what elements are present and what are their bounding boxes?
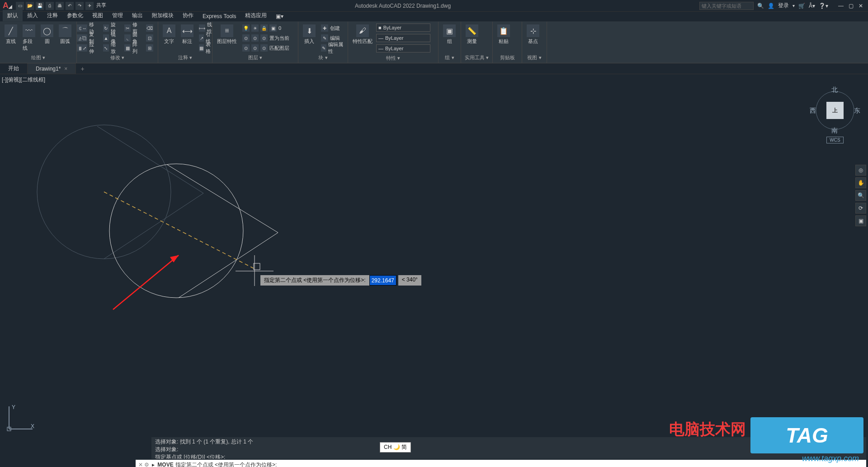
wcs-label[interactable]: WCS — [826, 137, 843, 143]
tab-manage[interactable]: 管理 — [108, 10, 127, 21]
svg-line-10 — [113, 255, 179, 310]
arc-button[interactable]: ⌒圆弧 — [57, 24, 73, 46]
qat-redo-icon[interactable]: ↷ — [75, 2, 84, 10]
nav-pan-icon[interactable]: ✋ — [855, 177, 866, 188]
polyline-button[interactable]: 〰多段线 — [21, 24, 37, 52]
nav-zoom-icon[interactable]: 🔍 — [855, 190, 866, 201]
panel-draw-title[interactable]: 绘图 ▾ — [3, 53, 74, 62]
cart-icon[interactable]: 🛒 — [798, 3, 805, 9]
panel-clipboard: 📋粘贴 剪贴板 — [493, 22, 522, 63]
panel-modify-title[interactable]: 修改 ▾ — [80, 53, 155, 62]
svg-line-1 — [97, 126, 203, 193]
tab-collab[interactable]: 协作 — [178, 10, 198, 21]
panel-annotation-title[interactable]: 注释 ▾ — [161, 53, 209, 62]
help-icon[interactable]: ❔▾ — [819, 3, 828, 9]
close-button[interactable]: ✕ — [856, 2, 865, 10]
viewcube-west[interactable]: 西 — [810, 107, 816, 115]
tab-express[interactable]: Express Tools — [198, 11, 241, 21]
dynamic-input: 指定第二个点或 <使用第一个点作为位移>: < 340° — [260, 275, 421, 286]
circle-button[interactable]: ◯圆 — [39, 24, 55, 46]
panel-properties-title[interactable]: 特性 ▾ — [351, 54, 435, 62]
maximize-button[interactable]: ▢ — [846, 2, 855, 10]
panel-modify: ↔移动 ⿻复制 ⤢拉伸 ↻旋转 ▲镜像 ⤡缩放 ✂修剪 ◟圆角 ▦阵列 ⌫ ⊡ … — [77, 22, 158, 63]
mod-misc1[interactable]: ⌫ — [144, 24, 155, 33]
qat-new-icon[interactable]: ▭ — [16, 2, 24, 10]
panel-clipboard-title[interactable]: 剪贴板 — [495, 53, 519, 62]
file-tabs: 开始 Drawing1*× + — [0, 63, 868, 74]
qat-open-icon[interactable]: 📂 — [26, 2, 34, 10]
tab-default[interactable]: 默认 — [3, 10, 23, 21]
create-block-button[interactable]: ✚创建 — [319, 24, 345, 33]
share-label[interactable]: 共享 — [96, 2, 106, 10]
panel-view-title[interactable]: 视图 ▾ — [525, 53, 544, 62]
panel-utilities-title[interactable]: 实用工具 ▾ — [464, 53, 490, 62]
viewcube-south[interactable]: 南 — [831, 127, 838, 135]
layer-props-button[interactable]: ≡图层特性 — [215, 24, 239, 46]
mod-misc2[interactable]: ⊡ — [144, 33, 155, 43]
cmd-hist-line: 指定基点或 [位移(D)] <位移>: — [155, 453, 863, 459]
drawing-canvas[interactable]: [-][俯视][二维线框] 指定第二个点或 <使用第一个点作为位移>: < 34… — [0, 74, 868, 437]
dim-button[interactable]: ⟷标注 — [179, 24, 195, 46]
ucs-icon: Y X — [5, 403, 36, 434]
paste-button[interactable]: 📋粘贴 — [495, 24, 512, 46]
array-button[interactable]: ▦阵列 — [123, 43, 142, 52]
groups-button[interactable]: ▣组 — [441, 24, 458, 46]
panel-groups-title[interactable]: 组 ▾ — [441, 53, 458, 62]
file-tab-drawing1[interactable]: Drawing1*× — [28, 63, 76, 74]
qat-saveas-icon[interactable]: ⎙ — [46, 2, 54, 10]
tab-addins[interactable]: 附加模块 — [147, 10, 178, 21]
tab-more-icon[interactable]: ▣▾ — [271, 11, 288, 21]
help-search-input[interactable] — [699, 2, 754, 10]
lineweight-select[interactable]: — ByLayer — [376, 34, 430, 42]
qat-undo-icon[interactable]: ↶ — [66, 2, 74, 10]
add-tab-button[interactable]: + — [76, 65, 89, 72]
panel-groups: ▣组 组 ▾ — [439, 22, 461, 63]
tab-annotate[interactable]: 注释 — [42, 10, 62, 21]
color-select[interactable]: ■ ByLayer — [376, 24, 430, 32]
tab-view[interactable]: 视图 — [88, 10, 108, 21]
dyn-distance-input[interactable] — [369, 275, 396, 286]
tab-parametric[interactable]: 参数化 — [62, 10, 88, 21]
viewcube-north[interactable]: 北 — [831, 86, 838, 94]
file-tab-start[interactable]: 开始 — [0, 63, 28, 74]
scale-button[interactable]: ⤡缩放 — [101, 43, 121, 52]
nav-orbit-icon[interactable]: ⟳ — [855, 203, 866, 214]
user-icon[interactable]: 👤 — [768, 3, 774, 9]
layer-row2[interactable]: ⊙⊙⊙置为当前 — [241, 33, 291, 43]
panel-draw: ╱直线 〰多段线 ◯圆 ⌒圆弧 ⊙ ◬ ▦ 绘图 ▾ — [0, 22, 77, 63]
tab-featured[interactable]: 精选应用 — [241, 10, 271, 21]
nav-show-icon[interactable]: ▣ — [855, 215, 866, 226]
edit-attr-button[interactable]: ✎编辑属性 — [319, 43, 345, 52]
qat-save-icon[interactable]: 💾 — [36, 2, 44, 10]
qat-share-icon[interactable]: ✈ — [85, 2, 94, 10]
panel-layers-title[interactable]: 图层 ▾ — [215, 53, 295, 62]
mod-misc3[interactable]: ⊞ — [144, 43, 155, 52]
ribbon-tabs: 默认 插入 注释 参数化 视图 管理 输出 附加模块 协作 Express To… — [0, 12, 868, 22]
close-tab-icon[interactable]: × — [64, 66, 67, 72]
cmd-handle-icon[interactable]: ✕ ⚙ — [138, 462, 149, 467]
viewcube-east[interactable]: 东 — [854, 107, 860, 115]
panel-view: ⊹基点 视图 ▾ — [522, 22, 547, 63]
layer-row1[interactable]: 💡☀🔒▣0 — [241, 24, 291, 33]
basepoint-button[interactable]: ⊹基点 — [525, 24, 541, 46]
stretch-button[interactable]: ⤢拉伸 — [80, 43, 99, 52]
window-title: Autodesk AutoCAD 2022 Drawing1.dwg — [106, 3, 699, 9]
qat-plot-icon[interactable]: 🖶 — [56, 2, 64, 10]
tab-output[interactable]: 输出 — [127, 10, 147, 21]
login-link[interactable]: 登录 — [778, 2, 789, 10]
command-line[interactable]: ✕ ⚙ ▸ MOVE 指定第二个点或 <使用第一个点作为位移>: — [136, 460, 866, 467]
app-switch-icon[interactable]: Å▾ — [809, 3, 815, 9]
linetype-select[interactable]: — ByLayer — [376, 44, 430, 52]
insert-button[interactable]: ⬇插入 — [301, 24, 317, 46]
panel-blocks-title[interactable]: 块 ▾ — [301, 53, 345, 62]
measure-button[interactable]: 📏测量 — [464, 24, 480, 46]
line-button[interactable]: ╱直线 — [3, 24, 19, 46]
match-props-button[interactable]: 🖌特性匹配 — [351, 24, 374, 46]
text-button[interactable]: A文字 — [161, 24, 177, 46]
search-icon[interactable]: 🔍 — [757, 3, 764, 9]
tab-insert[interactable]: 插入 — [23, 10, 42, 21]
nav-wheel-icon[interactable]: ◎ — [855, 165, 866, 176]
layer-row3[interactable]: ⊙⊙⊙匹配图层 — [241, 43, 291, 52]
minimize-button[interactable]: — — [836, 2, 845, 10]
viewcube[interactable]: 北 南 东 西 上 WCS — [810, 88, 860, 156]
